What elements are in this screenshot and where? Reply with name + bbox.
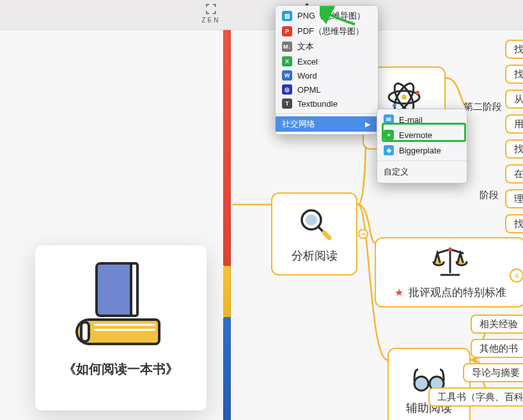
leaf-assist-2[interactable]: 其他的书 <box>471 339 523 358</box>
chevron-right-icon: ▶ <box>365 120 370 128</box>
svg-point-11 <box>448 247 452 251</box>
menu-separator <box>276 113 378 114</box>
node-critique-label: 批评观点的特别标准 <box>409 285 506 300</box>
menu-export-text[interactable]: M↓ 文本 <box>276 39 378 54</box>
menu-export-text-label: 文本 <box>297 41 314 52</box>
magnifier-icon <box>296 205 333 244</box>
submenu-email[interactable]: ✉ E-mail <box>377 112 467 127</box>
submenu-custom[interactable]: 自定义 <box>377 164 467 180</box>
leaf-top-1[interactable]: 找i <box>505 40 523 59</box>
fullscreen-icon <box>205 3 217 15</box>
zen-label: ZEN <box>192 17 230 24</box>
menu-export-excel-label: Excel <box>297 57 318 66</box>
menu-export-excel[interactable]: X Excel <box>276 54 378 68</box>
share-menu: ▧ PNG（思维导图） P PDF（思维导图） M↓ 文本 X Excel W … <box>275 5 379 135</box>
node-analysis-reading[interactable]: 分析阅读 <box>271 192 357 276</box>
node-analysis-label: 分析阅读 <box>292 248 338 263</box>
menu-export-word[interactable]: W Word <box>276 68 378 82</box>
leaf-top-2[interactable]: 找i <box>505 65 523 84</box>
biggerplate-icon: ◆ <box>384 145 394 155</box>
scales-icon <box>430 245 471 281</box>
submenu-biggerplate[interactable]: ◆ Biggerplate <box>377 143 467 158</box>
menu-social-networks[interactable]: 社交网络 ▶ <box>276 116 378 132</box>
node-assist-reading[interactable]: 辅助阅读 <box>387 348 471 420</box>
text-icon: M↓ <box>282 42 292 52</box>
menu-export-textbundle-label: Textbundle <box>297 99 338 109</box>
leaf-top-3[interactable]: 从i <box>505 89 523 109</box>
svg-point-4 <box>306 214 317 226</box>
menu-export-word-label: Word <box>297 71 317 81</box>
email-icon: ✉ <box>384 114 394 125</box>
svg-point-8 <box>402 95 407 100</box>
leaf-top-7[interactable]: 理i <box>505 189 523 208</box>
svg-point-9 <box>416 91 419 95</box>
submenu-evernote[interactable]: ● Evernote <box>377 127 467 143</box>
pdf-icon: P <box>282 26 292 36</box>
svg-point-12 <box>414 377 428 391</box>
mindmap-canvas[interactable]: 《如何阅读一本书》 分析阅读 三个阶段 ★ 批评观点的特别标准 辅助阅读 第二阶… <box>0 29 523 420</box>
svg-rect-1 <box>131 263 137 316</box>
menu-export-opml[interactable]: ◎ OPML <box>276 82 378 97</box>
leaf-top-8[interactable]: 找i <box>505 214 523 233</box>
stage2-label: 第二阶段 <box>464 101 502 113</box>
toolbar: ZEN 分享 <box>0 0 523 30</box>
evernote-icon: ● <box>384 130 394 140</box>
star-icon: ★ <box>394 286 403 299</box>
spine-yellow <box>223 266 231 317</box>
leaf-top-5[interactable]: 找i <box>505 139 523 159</box>
root-title: 《如何阅读一本书》 <box>35 361 207 378</box>
word-icon: W <box>282 70 292 81</box>
textbundle-icon: T <box>282 98 292 109</box>
menu-social-label: 社交网络 <box>282 118 315 130</box>
expand-badge[interactable]: 4 <box>510 268 523 283</box>
opml-icon: ◎ <box>282 84 292 95</box>
excel-icon: X <box>282 56 292 66</box>
submenu-biggerplate-label: Biggerplate <box>399 146 441 155</box>
submenu-separator <box>377 160 467 161</box>
leaf-assist-3[interactable]: 导论与摘要 <box>463 363 523 382</box>
svg-rect-2 <box>81 322 89 341</box>
leaf-top-6[interactable]: 在i <box>505 164 523 183</box>
menu-export-png[interactable]: ▧ PNG（思维导图） <box>276 8 378 24</box>
svg-point-10 <box>393 104 396 107</box>
leaf-top-4[interactable]: 用i <box>505 114 523 134</box>
png-icon: ▧ <box>282 11 292 21</box>
svg-rect-0 <box>97 263 135 316</box>
root-node-card[interactable]: 《如何阅读一本书》 <box>35 245 207 410</box>
menu-export-pdf[interactable]: P PDF（思维导图） <box>276 24 378 39</box>
submenu-email-label: E-mail <box>399 115 423 125</box>
leaf-assist-4[interactable]: 工具书（字典、百科 <box>428 387 523 407</box>
collapse-toggle[interactable]: − <box>358 229 368 239</box>
menu-export-pdf-label: PDF（思维导图） <box>297 26 364 37</box>
spine-red <box>223 29 231 266</box>
books-icon <box>70 258 172 354</box>
menu-export-textbundle[interactable]: T Textbundle <box>276 97 378 111</box>
menu-export-opml-label: OPML <box>297 85 321 95</box>
zen-button[interactable]: ZEN <box>192 3 230 24</box>
submenu-custom-label: 自定义 <box>384 166 409 178</box>
spine-blue <box>223 317 231 420</box>
submenu-evernote-label: Evernote <box>399 130 432 140</box>
stage-generic-label: 阶段 <box>480 189 499 201</box>
node-critique[interactable]: ★ 批评观点的特别标准 <box>375 237 523 307</box>
leaf-assist-1[interactable]: 相关经验 <box>471 315 523 334</box>
share-submenu: ✉ E-mail ● Evernote ◆ Biggerplate 自定义 <box>377 109 467 183</box>
menu-export-png-label: PNG（思维导图） <box>297 10 365 22</box>
